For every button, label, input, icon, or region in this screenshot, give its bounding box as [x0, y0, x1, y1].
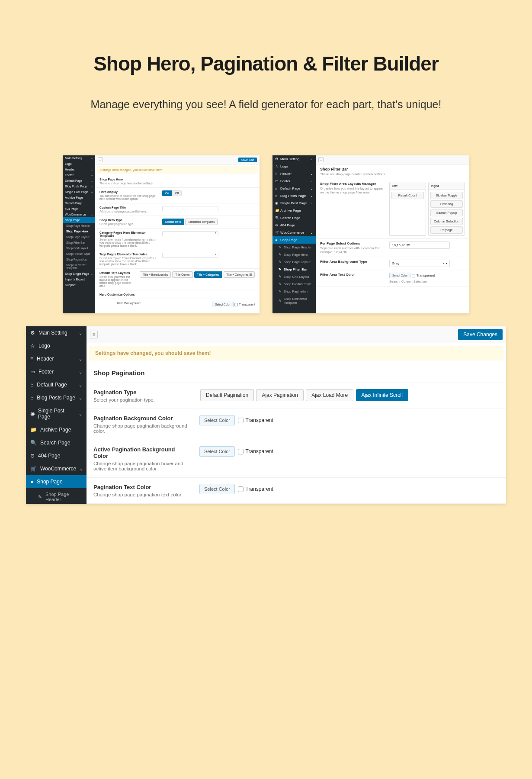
sidebar-subitem[interactable]: ✎Shop Product Style: [272, 280, 316, 288]
sidebar-subitem[interactable]: ✎Shop Page Layout: [272, 258, 316, 266]
sidebar-subitem[interactable]: Shop Page Layout: [63, 234, 95, 240]
tab-ajax-pagination[interactable]: Ajax Pagination: [256, 389, 303, 401]
save-button[interactable]: Save Changes: [458, 329, 503, 340]
collapse-icon[interactable]: ≡: [318, 157, 324, 162]
notice-banner: Settings have changed, you should save t…: [89, 346, 503, 361]
section-title: Shop Pagination: [93, 369, 499, 377]
sidebar-item-shop[interactable]: Shop Page: [63, 217, 95, 223]
sidebar-subitem[interactable]: ✎Shop Page Header: [26, 488, 87, 504]
sidebar-item-shop[interactable]: ●Shop Page: [26, 475, 87, 488]
topbar: ≡ Save Cha: [95, 155, 260, 164]
transparent-checkbox[interactable]: [412, 274, 415, 277]
sidebar-item[interactable]: 🛒WooCommerce⌄: [272, 229, 316, 236]
sidebar-item[interactable]: 📁Archive Page: [272, 207, 316, 214]
content-area: ≡ Shop Filter Bar These are shop page he…: [316, 155, 469, 313]
perpage-input[interactable]: 10,15,20,35: [389, 241, 450, 249]
transparent-checkbox[interactable]: [238, 449, 244, 454]
sidebar-item-shop[interactable]: ●Shop Page: [272, 236, 316, 244]
sidebar-item[interactable]: Main Setting⌄: [63, 155, 95, 161]
sidebar-subitem[interactable]: Shop Page Header: [63, 223, 95, 229]
sidebar-subitem[interactable]: Shop Pagination: [63, 257, 95, 262]
sidebar-item[interactable]: Default Page⌄: [63, 178, 95, 183]
sidebar-subitem[interactable]: Shop Elementor Template: [63, 262, 95, 271]
hero-display-toggle[interactable]: OnOff: [162, 190, 182, 196]
select-color-button[interactable]: Select Color: [389, 273, 410, 278]
panel-shop-pagination: ⚙Main Setting⌄☆Logo≡Header⌄▭Footer⌄⌂Defa…: [26, 326, 506, 504]
sidebar-subitem[interactable]: ✎Shop Elementor Template: [272, 295, 316, 306]
sidebar-subitem[interactable]: Shop Filter Bar: [63, 240, 95, 245]
category-template-select[interactable]: [162, 231, 218, 236]
content-area: ≡ Save Changes Settings have changed, yo…: [87, 326, 506, 504]
sidebar-item[interactable]: ◉Single Post Page⌄: [272, 200, 316, 207]
sidebar-subitem[interactable]: Shop Grid Layout: [63, 245, 95, 251]
sidebar-item[interactable]: Blog Posts Page⌄: [63, 183, 95, 189]
sidebar-item[interactable]: ⌂Default Page⌄: [26, 378, 87, 391]
sidebar-item[interactable]: Single Post Page⌄: [63, 189, 95, 195]
sidebar-item[interactable]: Footer⌄: [63, 172, 95, 178]
sidebar-item[interactable]: 🛒WooCommerce⌄: [26, 462, 87, 475]
save-button[interactable]: Save Cha: [238, 158, 257, 162]
custom-title-input[interactable]: [162, 206, 218, 211]
tab-elementor[interactable]: Elementor Templates: [185, 219, 218, 225]
sidebar-subitem[interactable]: ✎Shop Grid Layout: [272, 273, 316, 280]
sidebar-item[interactable]: 404 Page: [63, 206, 95, 212]
sidebar-item[interactable]: 🔍Search Page: [272, 214, 316, 222]
sidebar-item[interactable]: ⊖404 Page: [26, 449, 87, 462]
sidebar-item[interactable]: 📁Archive Page: [26, 423, 87, 436]
hero-section: Shop Hero, Pagination & Filter Builder M…: [0, 0, 532, 138]
tags-template-select[interactable]: [162, 253, 218, 258]
sidebar-item[interactable]: ≡Header⌄: [26, 352, 87, 365]
page-subtitle: Manage everything you see! A field gener…: [17, 97, 515, 112]
sidebar-item[interactable]: ▭Footer⌄: [26, 365, 87, 378]
sidebar-item[interactable]: ☆Logo: [26, 339, 87, 352]
page-title: Shop Hero, Pagination & Filter Builder: [17, 52, 515, 75]
sidebar-item[interactable]: ⊖404 Page: [272, 222, 316, 229]
topbar: ≡: [316, 155, 469, 164]
sidebar-item[interactable]: Header⌄: [63, 167, 95, 172]
sidebar-item[interactable]: Logo: [63, 161, 95, 167]
sidebar-subitem[interactable]: ✎Shop Page Header: [272, 244, 316, 251]
bg-type-select[interactable]: Gray× ▾: [389, 260, 450, 267]
select-color-button[interactable]: Select Color: [199, 484, 235, 494]
tab-ajax-load-more[interactable]: Ajax Load More: [306, 389, 353, 401]
sidebar-subitem[interactable]: Shop Product Style: [63, 251, 95, 257]
tab-default-pagination[interactable]: Default Pagination: [200, 389, 254, 401]
tab-default-hero[interactable]: Default Hero: [162, 219, 184, 225]
sidebar-subitem[interactable]: ✎Shop Pagination: [272, 288, 316, 295]
select-color-button[interactable]: Select Color: [212, 302, 233, 307]
sidebar-subitem[interactable]: ✎Shop Filter Bar: [272, 266, 316, 273]
sidebar-item[interactable]: 🔍Search Page: [26, 436, 87, 449]
sidebar-item[interactable]: ≡Header⌄: [272, 170, 316, 177]
content-area: ≡ Save Cha Settings have changed, you sh…: [95, 155, 260, 313]
sidebar-item[interactable]: ▭Footer⌄: [272, 177, 316, 185]
select-color-button[interactable]: Select Color: [199, 415, 235, 425]
layout-col-left[interactable]: left Result Count: [389, 182, 426, 236]
sidebar-item[interactable]: ◉Single Post Page⌄: [26, 404, 87, 423]
sidebar: Main Setting⌄LogoHeader⌄Footer⌄Default P…: [63, 155, 95, 313]
sidebar: ⚙Main Setting⌄☆Logo≡Header⌄▭Footer⌄⌂Defa…: [272, 155, 316, 313]
transparent-checkbox[interactable]: [238, 418, 244, 423]
sidebar-item[interactable]: ⚙Main Setting⌄: [26, 326, 87, 339]
transparent-checkbox[interactable]: [238, 486, 244, 492]
sidebar-item[interactable]: Archive Page: [63, 195, 95, 200]
sidebar: ⚙Main Setting⌄☆Logo≡Header⌄▭Footer⌄⌂Defa…: [26, 326, 87, 504]
layout-col-right[interactable]: right Sidebar Toggle Ordering Search Pop…: [428, 182, 465, 236]
sidebar-subitem[interactable]: ✎Shop Page Hero: [272, 251, 316, 258]
panel-shop-hero: Main Setting⌄LogoHeader⌄Footer⌄Default P…: [63, 155, 260, 313]
section-title: Shop Page Hero: [99, 178, 255, 181]
notice-banner: Settings have changed, you should save t…: [97, 166, 258, 174]
sidebar-item[interactable]: ☆Logo: [272, 163, 316, 170]
collapse-icon[interactable]: ≡: [90, 331, 98, 338]
sidebar-item[interactable]: WooCommerce⌄: [63, 212, 95, 217]
sidebar-item[interactable]: Search Page: [63, 200, 95, 206]
sidebar-item[interactable]: ⌂Blog Posts Page⌄: [272, 192, 316, 200]
sidebar-subitem[interactable]: Shop Page Hero: [63, 229, 95, 234]
tab-ajax-infinite[interactable]: Ajax Infinite Scroll: [356, 389, 408, 401]
select-color-button[interactable]: Select Color: [199, 446, 235, 457]
collapse-icon[interactable]: ≡: [98, 157, 103, 162]
sidebar-item[interactable]: ⌂Default Page⌄: [272, 185, 316, 192]
section-title: Shop Filter Bar: [320, 167, 465, 171]
transparent-checkbox[interactable]: [234, 303, 238, 306]
sidebar-item[interactable]: ⌂Blog Posts Page⌄: [26, 391, 87, 404]
sidebar-item[interactable]: ⚙Main Setting⌄: [272, 155, 316, 163]
